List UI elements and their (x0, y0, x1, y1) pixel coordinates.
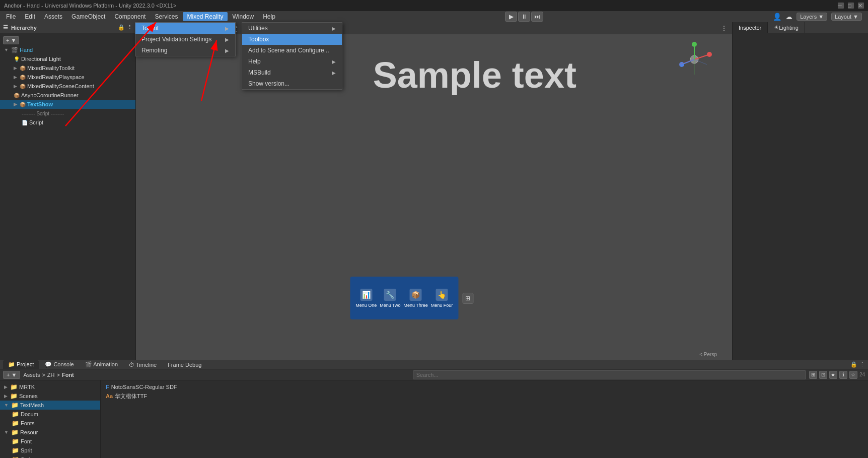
card-item-four[interactable]: 👆 Menu Four (431, 289, 453, 308)
hierarchy-item-hand[interactable]: ▼ 🎬 Hand (0, 45, 135, 54)
account-icon[interactable]: 👤 (773, 13, 781, 21)
card-icon-one: 📊 (360, 289, 372, 301)
bottom-tab-animation[interactable]: 🎬 Animation (80, 360, 123, 369)
hierarchy-item-mrscenecontent[interactable]: ▶ 📦 MixedRealitySceneContent (0, 82, 135, 91)
step-button[interactable]: ⏭ (531, 12, 543, 22)
project-item-docum[interactable]: 📁 Docum (0, 410, 100, 419)
project-item-sprites[interactable]: 📁 Sprit (0, 446, 100, 455)
hierarchy-item-asyncrunner[interactable]: 📦 AsyncCoroutineRunner (0, 91, 135, 100)
scene-content[interactable]: Sample text (136, 34, 732, 360)
more-icon[interactable]: ⋮ (859, 361, 865, 368)
bottom-tab-project[interactable]: 📁 Project (3, 360, 39, 369)
hierarchy-label: TextShow (27, 101, 53, 107)
hierarchy-menu-icon[interactable]: ☰ (3, 24, 8, 31)
project-item-mrtk[interactable]: ▶ 📁 MRTK (0, 382, 100, 391)
menu-services[interactable]: Services (151, 12, 182, 21)
mr-menu-item-project-validation[interactable]: Project Validation Settings ▶ (135, 34, 235, 45)
card-item-one[interactable]: 📊 Menu One (355, 289, 377, 308)
hierarchy-item-script[interactable]: 📄 Script (0, 118, 135, 127)
divider-label: -------- Script -------- (22, 111, 64, 116)
item-label: TextMesh (20, 402, 44, 408)
menu-assets[interactable]: Assets (40, 12, 66, 21)
bottom-tab-timeline[interactable]: ⏱ Timeline (124, 361, 162, 369)
bottom-icon-btn-2[interactable]: ⊡ (819, 371, 827, 379)
bottom-content-wrapper: + ▼ Assets > ZH > Font ⊞ ⊡ ★ ℹ ☆ 24 (0, 369, 868, 458)
mr-menu-item-toolkit[interactable]: Toolkit ▶ (135, 23, 235, 34)
scene-icon: 🎬 (11, 47, 18, 53)
menu-help[interactable]: Help (259, 12, 279, 21)
inspector-tab-label: Inspector (739, 25, 761, 31)
hierarchy-more-icon[interactable]: ⋮ (127, 24, 132, 31)
project-tree: ▶ 📁 MRTK ▶ 📁 Scenes ▼ 📁 TextMesh 📁 (0, 380, 101, 458)
hierarchy-content: + ▼ ▼ 🎬 Hand 💡 Directional Light ▶ 📦 Mix… (0, 33, 135, 360)
card-item-three[interactable]: 📦 Menu Three (403, 289, 427, 308)
menu-file[interactable]: File (2, 12, 20, 21)
cloud-icon[interactable]: ☁ (785, 13, 792, 21)
bottom-icon-btn-fav[interactable]: ☆ (849, 371, 857, 379)
project-item-style[interactable]: 📁 Style (0, 455, 100, 458)
help-label: Help (248, 58, 261, 65)
project-files: F NotoSansSC-Regular SDF Aa 华文楷体TTF (101, 380, 868, 458)
bottom-icon-btn-1[interactable]: ⊞ (809, 371, 817, 379)
play-button[interactable]: ▶ (505, 12, 517, 22)
breadcrumb-assets[interactable]: Assets (23, 372, 40, 378)
minimize-button[interactable]: ─ (838, 3, 844, 9)
mixed-reality-menu: Toolkit ▶ Project Validation Settings ▶ … (135, 22, 236, 56)
toolkit-item-toolbox[interactable]: Toolbox (242, 34, 342, 45)
hierarchy-add-button[interactable]: + ▼ (3, 36, 19, 44)
menu-window[interactable]: Window (229, 12, 258, 21)
project-item-textmesh[interactable]: ▼ 📁 TextMesh (0, 401, 100, 410)
hierarchy-item-mrplayspace[interactable]: ▶ 📦 MixedRealityPlayspace (0, 73, 135, 82)
project-item-font[interactable]: 📁 Font (0, 437, 100, 446)
bottom-tab-console[interactable]: 💬 Console (40, 360, 79, 369)
gizmo-svg (677, 42, 712, 77)
layers-dropdown[interactable]: Layers ▼ (797, 13, 827, 21)
toolkit-item-help[interactable]: Help ▶ (242, 56, 342, 67)
inspector-tab-inspector[interactable]: Inspector (733, 22, 768, 33)
menu-component[interactable]: Component (110, 12, 150, 21)
hierarchy-item-textshow[interactable]: ▶ 📦 TextShow (0, 100, 135, 109)
bottom-panel-controls: 🔒 ⋮ (850, 361, 865, 368)
project-item-fonts[interactable]: 📁 Fonts (0, 419, 100, 428)
project-item-resources[interactable]: ▼ 📁 Resour (0, 428, 100, 437)
hierarchy-header-icons: 🔒 ⋮ (118, 24, 132, 31)
menu-gameobject[interactable]: GameObject (67, 12, 109, 21)
scene-more-icon[interactable]: ⋮ (719, 25, 729, 32)
card-expand-button[interactable]: ⊞ (462, 293, 473, 304)
layout-dropdown[interactable]: Layout ▼ (831, 13, 862, 21)
toolkit-item-utilities[interactable]: Utilities ▶ (242, 23, 342, 34)
inspector-tab-lighting[interactable]: ☀ Lighting (768, 22, 805, 33)
sample-text: Sample text (373, 54, 576, 96)
item-label: Font (21, 438, 32, 444)
folder-icon: 📁 (10, 383, 18, 390)
menu-mixed-reality[interactable]: Mixed Reality (183, 12, 227, 21)
bottom-tab-frame-debug[interactable]: Frame Debug (163, 361, 206, 369)
breadcrumb-zh[interactable]: ZH (47, 372, 55, 378)
project-item-scenes[interactable]: ▶ 📁 Scenes (0, 391, 100, 401)
mr-menu-item-remoting[interactable]: Remoting ▶ (135, 45, 235, 56)
card-item-two[interactable]: 🔧 Menu Two (380, 289, 400, 308)
show-version-label: Show version... (248, 80, 290, 87)
close-button[interactable]: ✕ (858, 3, 864, 9)
bottom-icon-btn-info[interactable]: ℹ (839, 371, 847, 379)
toolkit-item-add-to-scene[interactable]: Add to Scene and Configure... (242, 45, 342, 56)
breadcrumb-font[interactable]: Font (62, 372, 74, 378)
lock-icon[interactable]: 🔒 (850, 361, 857, 368)
hierarchy-item-mrtoolkit[interactable]: ▶ 📦 MixedRealityToolkit (0, 63, 135, 73)
inspector-content (733, 33, 868, 41)
toolkit-item-show-version[interactable]: Show version... (242, 78, 342, 89)
bottom-search-input[interactable] (413, 370, 806, 379)
blue-card: 📊 Menu One 🔧 Menu Two 📦 Menu Three 👆 Men… (350, 277, 458, 319)
hierarchy-toolbar: + ▼ (0, 35, 135, 45)
bottom-icon-btn-star[interactable]: ★ (829, 371, 837, 379)
persp-label: < Persp (699, 352, 717, 357)
menu-edit[interactable]: Edit (21, 12, 39, 21)
file-item-notosans[interactable]: F NotoSansSC-Regular SDF (103, 382, 866, 391)
pause-button[interactable]: ⏸ (518, 12, 530, 22)
file-item-chinese-font[interactable]: Aa 华文楷体TTF (103, 391, 866, 401)
hierarchy-item-directional-light[interactable]: 💡 Directional Light (0, 54, 135, 63)
maximize-button[interactable]: □ (848, 3, 854, 9)
toolkit-item-msbuild[interactable]: MSBuild ▶ (242, 67, 342, 78)
hierarchy-lock-icon[interactable]: 🔒 (118, 24, 125, 31)
add-button[interactable]: + ▼ (3, 371, 20, 379)
